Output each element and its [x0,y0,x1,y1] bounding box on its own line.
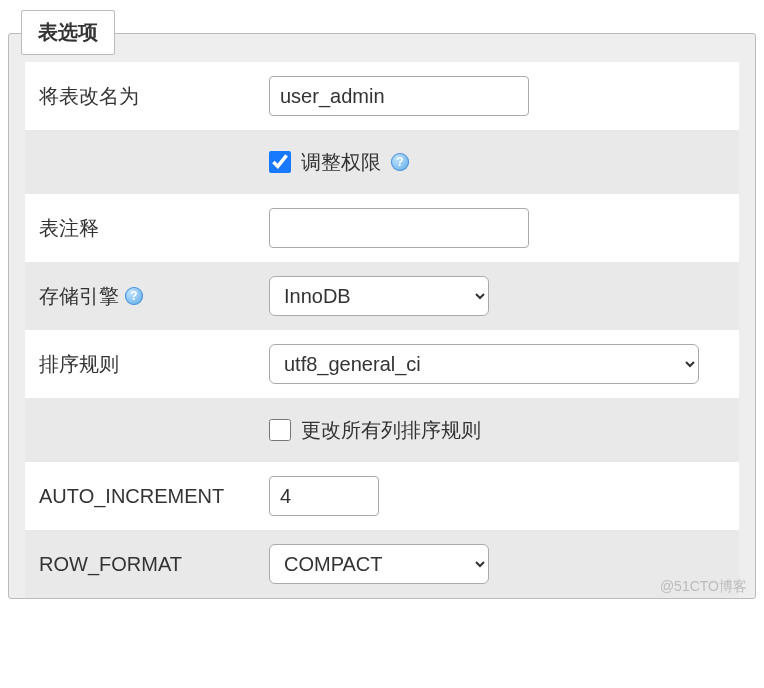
collation-label: 排序规则 [39,351,269,378]
adjust-privileges-label: 调整权限 [301,149,381,176]
comment-label: 表注释 [39,215,269,242]
rename-input[interactable] [269,76,529,116]
change-all-cols-checkbox[interactable] [269,419,291,441]
comment-input[interactable] [269,208,529,248]
table-options-fieldset: 表选项 将表改名为 调整权限 ? 表注释 存储引擎 ? [8,33,756,599]
row-format-select[interactable]: COMPACT [269,544,489,584]
row-rename: 将表改名为 [25,62,739,130]
watermark: @51CTO博客 [660,578,747,596]
row-comment: 表注释 [25,194,739,262]
engine-select[interactable]: InnoDB [269,276,489,316]
auto-increment-label: AUTO_INCREMENT [39,485,269,508]
change-all-cols-label: 更改所有列排序规则 [301,417,481,444]
fieldset-legend: 表选项 [21,10,115,55]
row-row-format: ROW_FORMAT COMPACT [25,530,739,598]
row-adjust-privileges: 调整权限 ? [25,130,739,194]
row-auto-increment: AUTO_INCREMENT [25,462,739,530]
help-icon[interactable]: ? [391,153,409,171]
row-collation: 排序规则 utf8_general_ci [25,330,739,398]
row-engine: 存储引擎 ? InnoDB [25,262,739,330]
engine-label: 存储引擎 [39,283,119,310]
row-format-label: ROW_FORMAT [39,553,269,576]
adjust-privileges-checkbox[interactable] [269,151,291,173]
row-change-all-cols: 更改所有列排序规则 [25,398,739,462]
help-icon[interactable]: ? [125,287,143,305]
rename-label: 将表改名为 [39,83,269,110]
collation-select[interactable]: utf8_general_ci [269,344,699,384]
auto-increment-input[interactable] [269,476,379,516]
